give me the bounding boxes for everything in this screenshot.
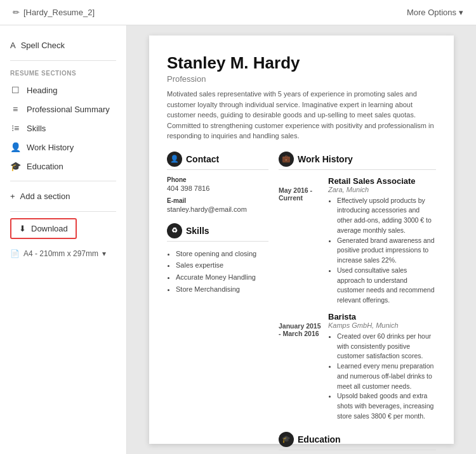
list-item: Sales expertise bbox=[176, 259, 268, 271]
education-icon: 🎓 bbox=[10, 161, 20, 171]
skills-section-icon: ♻ bbox=[167, 223, 182, 238]
contact-section-heading: 👤 Contact bbox=[167, 152, 268, 170]
skills-label: Skills bbox=[27, 124, 46, 133]
work-entry-1-company: Zara, Munich bbox=[328, 186, 436, 193]
list-item: Upsold baked goods and extra shots with … bbox=[337, 391, 436, 421]
list-item: Created over 60 drinks per hour with con… bbox=[337, 332, 436, 361]
plus-icon: + bbox=[10, 191, 15, 201]
work-entry-1: May 2016 - Current Retail Sales Associat… bbox=[279, 176, 436, 306]
work-entry-2-company: Kamps GmbH, Munich bbox=[328, 321, 436, 329]
education-label: Education bbox=[27, 162, 63, 171]
phone-value: 404 398 7816 bbox=[167, 185, 268, 192]
work-entry-1-details: Retail Sales Associate Zara, Munich Effe… bbox=[328, 176, 436, 306]
resume-body: 👤 Contact Phone 404 398 7816 E-mail stan… bbox=[167, 152, 436, 455]
resume-name: Stanley M. Hardy bbox=[167, 53, 436, 73]
work-history-heading-label: Work History bbox=[298, 154, 353, 164]
spell-check-label: Spell Check bbox=[21, 41, 65, 50]
education-section-icon: 🎓 bbox=[279, 432, 294, 447]
work-entry-2-title: Barista bbox=[328, 312, 436, 321]
more-options-button[interactable]: More Options ▾ bbox=[407, 8, 463, 17]
work-history-icon: 👤 bbox=[10, 142, 20, 152]
add-section-label: Add a section bbox=[20, 191, 70, 201]
divider-2 bbox=[10, 181, 116, 181]
education-section: 🎓 Education B. Sc.: Business Administrat… bbox=[279, 432, 436, 455]
sidebar-item-work-history[interactable]: 👤 Work History bbox=[0, 138, 126, 157]
email-label: E-mail bbox=[167, 197, 268, 204]
main-layout: A Spell Check RESUME SECTIONS ☐ Heading … bbox=[0, 25, 476, 454]
heading-label: Heading bbox=[27, 86, 57, 95]
page-size-label: A4 - 210mm x 297mm bbox=[23, 249, 98, 258]
heading-icon: ☐ bbox=[10, 85, 20, 95]
divider-3 bbox=[10, 211, 116, 212]
resume-profession: Profession bbox=[167, 74, 436, 84]
more-options-label: More Options bbox=[407, 8, 456, 17]
list-item: Generated brand awareness and positive p… bbox=[337, 236, 436, 266]
work-history-label: Work History bbox=[27, 143, 74, 152]
document-title[interactable]: ✏ [Hardy_Resume_2] bbox=[13, 8, 95, 17]
list-item: Store Merchandising bbox=[176, 283, 268, 295]
professional-summary-label: Professional Summary bbox=[27, 105, 110, 114]
sidebar-item-heading[interactable]: ☐ Heading bbox=[0, 81, 126, 100]
list-item: Used consultative sales approach to unde… bbox=[337, 266, 436, 306]
resume-right-col: 💼 Work History May 2016 - Current Retail… bbox=[279, 152, 436, 455]
resume-paper: Stanley M. Hardy Profession Motivated sa… bbox=[149, 36, 454, 444]
title-text: [Hardy_Resume_2] bbox=[23, 8, 95, 17]
divider bbox=[10, 60, 116, 61]
work-entry-2: January 2015 - March 2016 Barista Kamps … bbox=[279, 312, 436, 422]
list-item: Effectively upsold products by introduci… bbox=[337, 196, 436, 236]
download-button[interactable]: ⬇ Download bbox=[10, 218, 77, 239]
work-entry-1-title: Retail Sales Associate bbox=[328, 176, 436, 186]
work-entry-2-date: January 2015 - March 2016 bbox=[279, 312, 323, 422]
spell-check-icon: A bbox=[10, 41, 16, 50]
education-section-heading: 🎓 Education bbox=[279, 432, 436, 450]
professional-summary-icon: ≡ bbox=[10, 104, 20, 114]
sidebar-item-spell-check[interactable]: A Spell Check bbox=[0, 36, 126, 58]
content-area: Stanley M. Hardy Profession Motivated sa… bbox=[127, 25, 476, 454]
top-bar: ✏ [Hardy_Resume_2] More Options ▾ bbox=[0, 0, 476, 25]
resume-summary: Motivated sales representative with 5 ye… bbox=[167, 89, 436, 141]
work-history-section-icon: 💼 bbox=[279, 152, 294, 167]
sidebar-item-professional-summary[interactable]: ≡ Professional Summary bbox=[0, 100, 126, 119]
pencil-icon: ✏ bbox=[13, 8, 20, 17]
email-value: stanley.hardy@email.com bbox=[167, 205, 268, 213]
work-entry-2-details: Barista Kamps GmbH, Munich Created over … bbox=[328, 312, 436, 422]
download-label: Download bbox=[31, 224, 68, 233]
list-item: Store opening and closing bbox=[176, 248, 268, 260]
sidebar-item-skills[interactable]: ⁝≡ Skills bbox=[0, 119, 126, 138]
skills-list: Store opening and closing Sales expertis… bbox=[167, 248, 268, 295]
work-entry-2-bullets: Created over 60 drinks per hour with con… bbox=[328, 332, 436, 422]
skills-heading-label: Skills bbox=[186, 226, 209, 236]
page-icon: 📄 bbox=[10, 249, 20, 258]
add-section-button[interactable]: + Add a section bbox=[0, 186, 126, 206]
phone-label: Phone bbox=[167, 176, 268, 183]
list-item: Accurate Money Handling bbox=[176, 271, 268, 283]
work-entry-1-bullets: Effectively upsold products by introduci… bbox=[328, 196, 436, 306]
resume-sections-label: RESUME SECTIONS bbox=[0, 63, 126, 81]
list-item: Learned every menu preparation and numer… bbox=[337, 361, 436, 391]
sidebar: A Spell Check RESUME SECTIONS ☐ Heading … bbox=[0, 25, 127, 454]
education-heading-label: Education bbox=[298, 434, 341, 444]
chevron-down-icon: ▾ bbox=[459, 8, 463, 17]
sidebar-item-education[interactable]: 🎓 Education bbox=[0, 157, 126, 176]
contact-heading-label: Contact bbox=[186, 154, 219, 164]
work-entry-1-date: May 2016 - Current bbox=[279, 176, 323, 306]
work-history-section-heading: 💼 Work History bbox=[279, 152, 436, 170]
skills-section-heading: ♻ Skills bbox=[167, 223, 268, 242]
skills-icon: ⁝≡ bbox=[10, 123, 20, 133]
contact-icon: 👤 bbox=[167, 152, 182, 167]
download-icon: ⬇ bbox=[19, 224, 26, 233]
page-size-selector[interactable]: 📄 A4 - 210mm x 297mm ▾ bbox=[0, 245, 126, 262]
resume-left-col: 👤 Contact Phone 404 398 7816 E-mail stan… bbox=[167, 152, 268, 455]
page-size-chevron-icon: ▾ bbox=[102, 249, 106, 258]
